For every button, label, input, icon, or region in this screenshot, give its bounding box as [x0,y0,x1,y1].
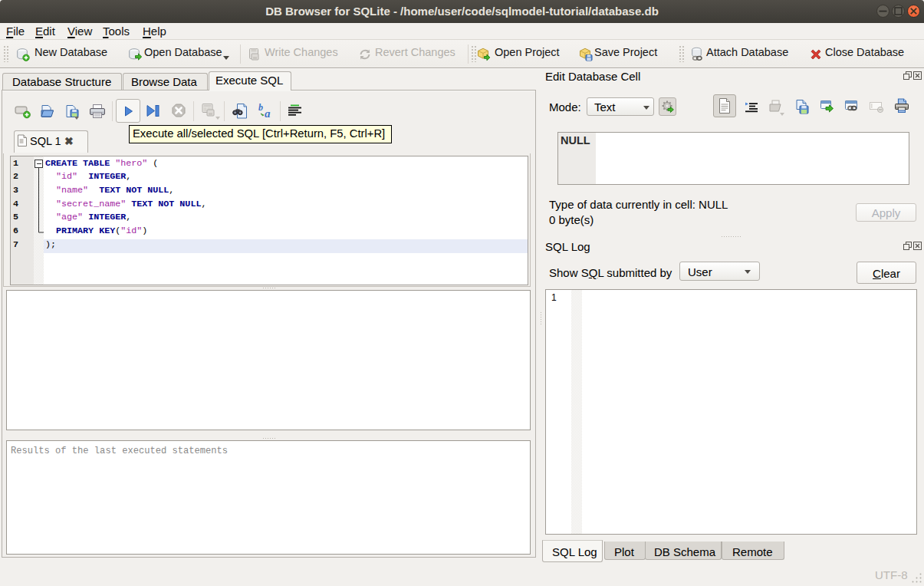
svg-text:b: b [258,103,263,113]
svg-text:a: a [265,107,271,120]
